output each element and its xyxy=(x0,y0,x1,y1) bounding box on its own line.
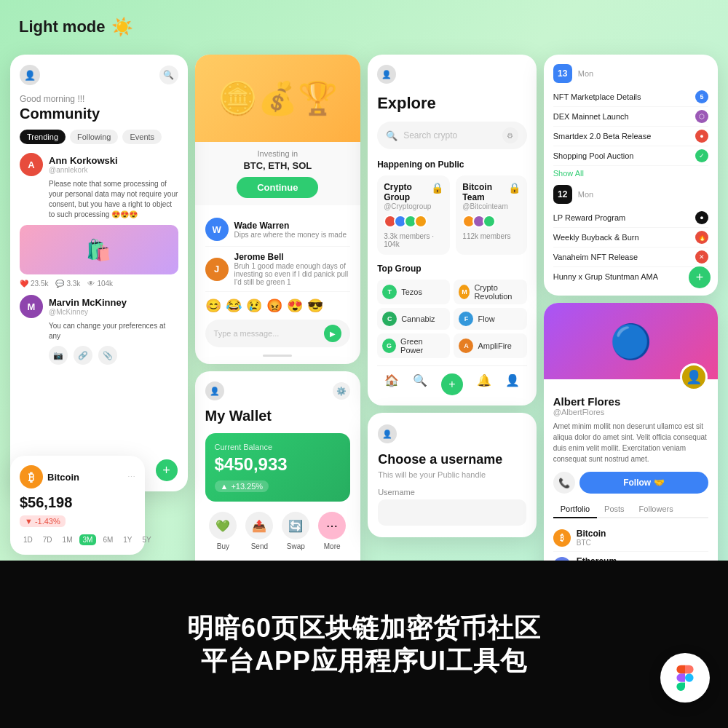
fab-add[interactable]: + xyxy=(156,459,178,481)
time-1m[interactable]: 1M xyxy=(59,534,76,545)
follow-button[interactable]: Follow 🤝 xyxy=(579,472,708,494)
header: Light mode ☀️ xyxy=(19,17,133,37)
username-input[interactable] xyxy=(378,499,526,526)
btc-price: $56,198 xyxy=(20,494,135,511)
nav-home-icon[interactable]: 🏠 xyxy=(384,373,399,395)
nav-bell-icon[interactable]: 🔔 xyxy=(477,373,491,395)
tg-crypto-rev[interactable]: M Crypto Revolution xyxy=(454,280,526,304)
time-6m[interactable]: 6M xyxy=(99,534,116,545)
group2-handle: @Bitcointeam xyxy=(462,202,507,210)
top-group-label: Top Group xyxy=(377,264,527,274)
nav-fab-icon[interactable]: + xyxy=(441,373,463,395)
profile-tab-posts[interactable]: Posts xyxy=(597,501,632,517)
wallet-title: My Wallet xyxy=(205,408,351,424)
profile-tab-portfolio[interactable]: Portfolio xyxy=(553,501,597,518)
avatar-explore: 👤 xyxy=(377,65,396,84)
post2-handle: @McKinney xyxy=(49,308,127,316)
choose-title: Choose a username xyxy=(378,452,526,467)
tg-tezos[interactable]: T Tezos xyxy=(377,280,450,304)
profile-card: 🔵 👤 Albert Flores @AlbertFlores Amet min… xyxy=(544,303,718,587)
search-icon[interactable]: 🔍 xyxy=(159,66,178,84)
group-card-bitcoin: Bitcoin Team @Bitcointeam 🔒 112k members xyxy=(456,175,526,255)
action-more[interactable]: ⋯ More xyxy=(318,512,346,550)
tab-events[interactable]: Events xyxy=(122,130,162,144)
type-placeholder: Type a message... xyxy=(214,329,319,338)
crypto1-name: Bitcoin xyxy=(577,529,606,539)
msg1-text: Dips are where the money is made xyxy=(234,231,347,239)
post1-text: Please note that some processing of your… xyxy=(49,179,178,220)
tg-cannabiz[interactable]: C Cannabiz xyxy=(377,308,450,330)
action-send[interactable]: 📤 Send xyxy=(245,512,273,550)
profile-call-icon[interactable]: 📞 xyxy=(553,472,575,494)
user-avatar-sm: 👤 xyxy=(20,65,40,85)
messages-section: W Wade Warren Dips are where the money i… xyxy=(195,205,361,364)
type-bar[interactable]: Type a message... ▶ xyxy=(205,320,351,347)
investing-bar: Investing in BTC, ETH, SOL Continue xyxy=(195,142,361,205)
profile-tabs: Portfolio Posts Followers xyxy=(553,501,708,518)
time-5y[interactable]: 5Y xyxy=(139,534,155,545)
continue-button[interactable]: Continue xyxy=(237,177,318,198)
time-tabs: 1D 7D 1M 3M 6M 1Y 5Y xyxy=(20,534,135,545)
cal-event-dex-label: DEX Mainnet Launch xyxy=(553,112,695,121)
groups-row: Crypto Group @Cryptogroup 🔒 3.3k members… xyxy=(377,175,527,255)
col4: 13 Mon NFT Marketplace Details 5 DEX Mai… xyxy=(544,55,718,587)
cal-event-lp-label: LP Reward Program xyxy=(553,213,695,222)
time-3m[interactable]: 3M xyxy=(79,534,97,545)
time-1d[interactable]: 1D xyxy=(20,534,36,545)
search-placeholder: Search crypto xyxy=(403,130,496,141)
action-buy[interactable]: 💚 Buy xyxy=(209,512,237,550)
cal-event-shopping: Shopping Pool Auction ✓ xyxy=(553,146,708,166)
btc-change: ▼ -1.43% xyxy=(20,515,66,527)
post2-icons: 📷 🔗 📎 xyxy=(49,346,178,365)
cal-event-shopping-label: Shopping Pool Auction xyxy=(553,151,695,160)
choose-subtitle: This will be your Public handle xyxy=(378,470,526,479)
group1-handle: @Cryptogroup xyxy=(384,202,431,210)
post2-text: You can change your preferences at any xyxy=(49,321,178,341)
sun-icon: ☀️ xyxy=(111,17,133,37)
tab-trending[interactable]: Trending xyxy=(20,130,66,144)
post1-handle: @annlekork xyxy=(49,166,118,174)
crypto1-sym: BTC xyxy=(577,539,606,547)
greeting-text: Good morning !!! xyxy=(20,94,178,104)
calendar-fab[interactable]: + xyxy=(689,266,711,288)
msg-item-2: J Jerome Bell Bruh 1 good made enough da… xyxy=(205,247,351,292)
cal-event-lp: LP Reward Program ● xyxy=(553,208,708,228)
post2-avatar: M xyxy=(20,295,43,318)
time-1y[interactable]: 1Y xyxy=(119,534,135,545)
profile-tab-followers[interactable]: Followers xyxy=(632,501,681,517)
tabs-row: Trending Following Events xyxy=(20,130,178,144)
cal-event-dex: DEX Mainnet Launch ⬡ xyxy=(553,107,708,127)
crypto-bitcoin: ₿ Bitcoin BTC xyxy=(553,524,708,552)
send-button[interactable]: ▶ xyxy=(324,325,341,342)
search-bar[interactable]: 🔍 Search crypto ⚙ xyxy=(377,122,527,149)
profile-small-avatar: 👤 xyxy=(680,363,708,391)
balance-amount: $450,933 xyxy=(215,454,341,475)
tg-green-power[interactable]: G Green Power xyxy=(377,333,450,358)
btc-icon: ₿ xyxy=(20,465,43,488)
mode-label: Light mode xyxy=(19,17,106,36)
cal-event-hunny-label: Hunny x Grup Stuntman AMA xyxy=(553,272,695,281)
group2-members: 112k members xyxy=(462,232,520,240)
coins-deco: 🪙💰🏆 xyxy=(195,55,361,142)
tab-following[interactable]: Following xyxy=(70,130,118,144)
nav-person-icon[interactable]: 👤 xyxy=(505,373,520,395)
cal-day-13: 13 Mon NFT Marketplace Details 5 DEX Mai… xyxy=(553,64,708,178)
msg2-text: Bruh 1 good made enough days of investin… xyxy=(234,262,351,286)
time-7d[interactable]: 7D xyxy=(39,534,56,545)
action-swap[interactable]: 🔄 Swap xyxy=(282,512,309,550)
post1-image: 🛍️ xyxy=(20,225,178,274)
show-all[interactable]: Show All xyxy=(553,169,708,178)
calendar-card: 13 Mon NFT Marketplace Details 5 DEX Mai… xyxy=(544,55,718,296)
tg-flow[interactable]: F Flow xyxy=(454,308,526,330)
post1-name: Ann Korkowski xyxy=(49,155,118,166)
action-buttons: 💚 Buy 📤 Send 🔄 Swap ⋯ More xyxy=(205,512,351,550)
settings-icon[interactable]: ⚙️ xyxy=(333,382,350,400)
col3: 👤 Explore 🔍 Search crypto ⚙ Happening on… xyxy=(368,55,537,537)
profile-name: Albert Flores xyxy=(553,395,708,408)
post2-name: Marvin McKinney xyxy=(49,297,127,308)
nav-explore-icon[interactable]: 🔍 xyxy=(413,373,427,395)
tg-amplifire[interactable]: A AmpliFire xyxy=(454,333,526,358)
cal-event-nft: NFT Marketplace Details 5 xyxy=(553,87,708,107)
profile-handle: @AlbertFlores xyxy=(553,408,708,416)
col2-top-card: 🪙💰🏆 Investing in BTC, ETH, SOL Continue … xyxy=(195,55,361,364)
